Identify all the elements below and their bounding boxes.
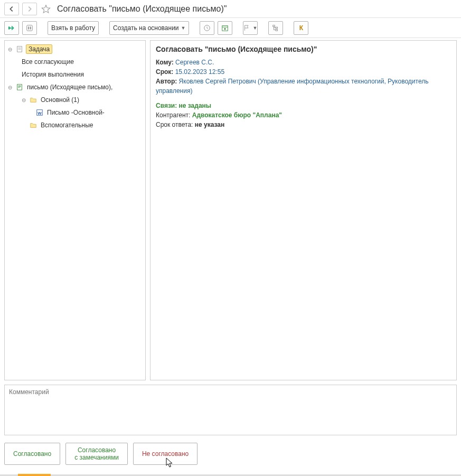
back-button[interactable] — [4, 3, 19, 15]
reply-deadline-label: Срок ответа: — [156, 121, 193, 128]
flag-dropdown-button[interactable]: ▼ — [243, 21, 258, 35]
svg-text:W: W — [37, 111, 42, 116]
calendar-add-button[interactable] — [218, 21, 232, 35]
document-green-icon — [15, 83, 24, 91]
forward-arrow-icon — [8, 24, 15, 32]
pause-button[interactable] — [22, 21, 37, 35]
approve-with-notes-button[interactable]: Согласовано с замечаниями — [65, 443, 128, 465]
forward-button[interactable] — [22, 3, 37, 15]
tree-label: письмо (Исходящее письмо), — [26, 82, 114, 92]
tree-icon — [272, 24, 279, 32]
detail-to-row: Кому: Сергеев С.С. — [156, 58, 451, 67]
svg-rect-9 — [17, 46, 22, 52]
action-bar: Согласовано Согласовано с замечаниями Не… — [0, 437, 461, 470]
collapse-icon[interactable]: ⊖ — [7, 84, 13, 90]
forward-process-button[interactable] — [4, 21, 19, 35]
detail-author-row: Автор: Яковлев Сергей Петрович (Управлен… — [156, 77, 451, 96]
collapse-icon[interactable]: ⊖ — [21, 97, 27, 103]
author-label: Автор: — [156, 78, 177, 85]
k-button[interactable]: К — [294, 21, 308, 35]
calendar-plus-icon — [221, 24, 229, 32]
approve-notes-line1: Согласовано — [78, 446, 116, 454]
reply-deadline-value: не указан — [195, 121, 224, 128]
comment-input[interactable] — [5, 385, 456, 435]
chevron-down-icon: ▼ — [181, 25, 186, 31]
author-link[interactable]: Яковлев Сергей Петрович (Управление инфо… — [156, 78, 428, 95]
bottom-patch — [18, 474, 51, 476]
document-icon — [15, 45, 24, 53]
take-to-work-button[interactable]: Взять в работу — [48, 21, 99, 35]
detail-reply-deadline-row: Срок ответа: не указан — [156, 120, 451, 129]
svg-rect-2 — [28, 26, 29, 29]
tree-item-letter-file[interactable]: W Письмо -Основной- — [5, 106, 145, 119]
tree-label: История выполнения — [21, 70, 85, 79]
tree-label: Все согласующие — [21, 57, 75, 67]
detail-deadline-row: Срок: 15.02.2023 12:55 — [156, 67, 451, 77]
counterparty-label: Контрагент: — [156, 111, 190, 119]
comment-box — [4, 385, 457, 435]
pause-icon — [26, 24, 33, 32]
to-label: Кому: — [156, 59, 174, 66]
tree-label: Письмо -Основной- — [46, 108, 106, 117]
counterparty-link[interactable]: Адвокатское бюро "Аплана" — [192, 111, 282, 119]
svg-rect-0 — [8, 26, 10, 29]
create-based-on-button[interactable]: Создать на основании ▼ — [109, 21, 189, 35]
tree-view-button[interactable] — [268, 21, 283, 35]
word-file-icon: W — [35, 108, 44, 117]
tree-label: Вспомогательные — [40, 120, 94, 130]
main-area: ⊖ Задача Все согласующие История выполне… — [0, 38, 461, 382]
create-based-label: Создать на основании — [113, 24, 179, 32]
folder-icon — [29, 96, 37, 104]
tree-item-task[interactable]: ⊖ Задача — [5, 43, 145, 55]
to-link[interactable]: Сергеев С.С. — [175, 59, 214, 66]
svg-rect-8 — [276, 29, 278, 31]
tree-label: Задача — [26, 44, 52, 54]
folder-icon — [29, 121, 37, 129]
approve-notes-line2: с замечаниями — [74, 454, 119, 461]
detail-panel: Согласовать "письмо (Исходящее письмо)" … — [150, 40, 457, 380]
tree-item-letter[interactable]: ⊖ письмо (Исходящее письмо), — [5, 81, 145, 94]
deadline-label: Срок: — [156, 68, 173, 76]
detail-title: Согласовать "письмо (Исходящее письмо)" — [156, 45, 451, 53]
flag-icon — [243, 24, 250, 32]
svg-rect-3 — [30, 26, 31, 29]
title-bar: Согласовать "письмо (Исходящее письмо)" — [0, 0, 461, 18]
tree-item-main-folder[interactable]: ⊖ Основной (1) — [5, 94, 145, 106]
toolbar: Взять в работу Создать на основании ▼ ▼ … — [0, 18, 461, 38]
page-title: Согласовать "письмо (Исходящее письмо)" — [57, 4, 227, 14]
approve-button[interactable]: Согласовано — [4, 443, 60, 465]
tree-panel: ⊖ Задача Все согласующие История выполне… — [4, 40, 146, 380]
favorite-button[interactable] — [40, 3, 52, 15]
arrow-right-icon — [26, 5, 33, 13]
tree-item-aux-folder[interactable]: ⊖ Вспомогательные — [5, 119, 145, 132]
detail-links-row: Связи: не заданы — [156, 101, 451, 110]
deadline-link[interactable]: 15.02.2023 12:55 — [175, 68, 224, 76]
tree-label: Основной (1) — [40, 95, 80, 105]
collapse-icon[interactable]: ⊖ — [7, 46, 13, 52]
clock-icon — [203, 24, 211, 32]
svg-rect-7 — [276, 27, 278, 29]
detail-counterparty-row: Контрагент: Адвокатское бюро "Аплана" — [156, 110, 451, 120]
links-link[interactable]: Связи: не заданы — [156, 102, 211, 109]
arrow-left-icon — [8, 5, 15, 13]
clock-button[interactable] — [200, 21, 214, 35]
reject-button[interactable]: Не согласовано — [133, 443, 197, 465]
svg-rect-1 — [27, 25, 33, 31]
chevron-down-icon: ▼ — [253, 25, 258, 31]
tree-item-history[interactable]: История выполнения — [5, 68, 145, 81]
star-icon — [41, 4, 51, 14]
svg-rect-10 — [17, 85, 22, 90]
tree-item-all-approvers[interactable]: Все согласующие — [5, 55, 145, 68]
svg-rect-6 — [273, 25, 275, 26]
